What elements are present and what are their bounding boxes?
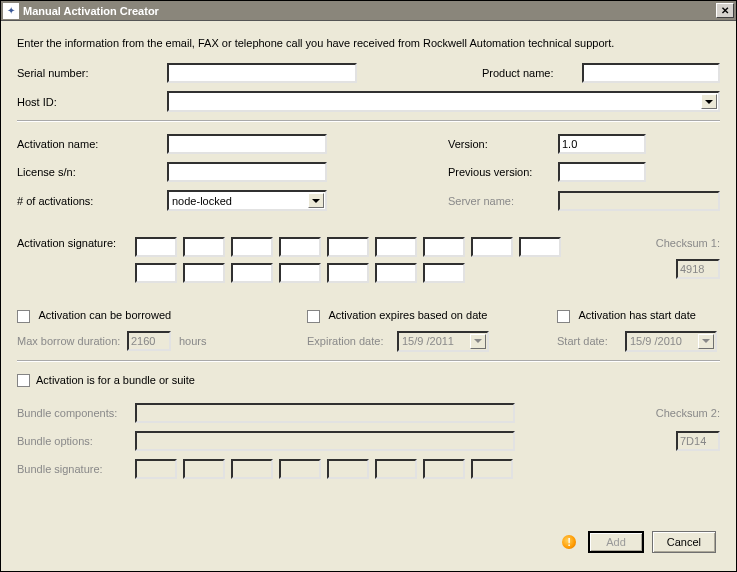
version-input[interactable]	[558, 134, 646, 154]
bundle-sig-4	[327, 459, 369, 479]
num-activations-label: # of activations:	[17, 195, 167, 207]
app-icon: ✦	[3, 3, 19, 19]
expiration-date-value: 15/9 /2011	[402, 335, 454, 347]
startdate-label: Activation has start date	[578, 309, 695, 321]
bundle-components-label: Bundle components:	[17, 407, 135, 419]
sig-r1-1[interactable]	[183, 237, 225, 257]
add-button[interactable]: Add	[588, 531, 644, 553]
max-borrow-label: Max borrow duration:	[17, 335, 127, 347]
borrow-label: Activation can be borrowed	[38, 309, 171, 321]
chevron-down-icon[interactable]	[701, 94, 717, 109]
product-name-input[interactable]	[582, 63, 720, 83]
previous-version-input[interactable]	[558, 162, 646, 182]
bundle-options-input	[135, 431, 515, 451]
activation-signature-label: Activation signature:	[17, 237, 135, 249]
bundle-options-label: Bundle options:	[17, 435, 135, 447]
sig-r1-5[interactable]	[375, 237, 417, 257]
expiration-date-select: 15/9 /2011	[397, 331, 489, 352]
num-activations-select[interactable]: node-locked	[167, 190, 327, 211]
bundle-sig-6	[423, 459, 465, 479]
sig-r2-6[interactable]	[423, 263, 465, 283]
bundle-sig-5	[375, 459, 417, 479]
bundle-sig-3	[279, 459, 321, 479]
cancel-button[interactable]: Cancel	[652, 531, 716, 553]
dialog-body: Enter the information from the email, FA…	[1, 21, 736, 499]
host-id-label: Host ID:	[17, 96, 167, 108]
activation-name-label: Activation name:	[17, 138, 167, 150]
expires-checkbox[interactable]	[307, 310, 320, 323]
sig-r1-4[interactable]	[327, 237, 369, 257]
chevron-down-icon	[698, 334, 714, 349]
sig-r1-0[interactable]	[135, 237, 177, 257]
start-date-label: Start date:	[557, 335, 625, 347]
bundle-sig-0	[135, 459, 177, 479]
sig-r2-2[interactable]	[231, 263, 273, 283]
bundle-signature-label: Bundle signature:	[17, 463, 135, 475]
host-id-select[interactable]	[167, 91, 720, 112]
version-label: Version:	[448, 138, 558, 150]
titlebar: ✦ Manual Activation Creator ✕	[1, 1, 736, 21]
start-date-select: 15/9 /2010	[625, 331, 717, 352]
max-borrow-input	[127, 331, 171, 351]
server-name-label: Server name:	[448, 195, 558, 207]
checksum2-input	[676, 431, 720, 451]
titlebar-text: Manual Activation Creator	[23, 5, 716, 17]
license-sn-label: License s/n:	[17, 166, 167, 178]
expires-label: Activation expires based on date	[328, 309, 487, 321]
sig-r2-4[interactable]	[327, 263, 369, 283]
product-name-label: Product name:	[482, 67, 582, 79]
instructions-text: Enter the information from the email, FA…	[17, 37, 720, 49]
bundle-suite-label: Activation is for a bundle or suite	[36, 374, 195, 386]
checksum1-input	[676, 259, 720, 279]
max-borrow-unit: hours	[179, 335, 207, 347]
separator	[17, 120, 720, 122]
server-name-input	[558, 191, 720, 211]
sig-r2-5[interactable]	[375, 263, 417, 283]
sig-r2-1[interactable]	[183, 263, 225, 283]
bundle-components-input	[135, 403, 515, 423]
sig-r2-3[interactable]	[279, 263, 321, 283]
separator	[17, 360, 720, 362]
bundle-sig-2	[231, 459, 273, 479]
license-sn-input[interactable]	[167, 162, 327, 182]
sig-r1-2[interactable]	[231, 237, 273, 257]
borrow-checkbox[interactable]	[17, 310, 30, 323]
activation-name-input[interactable]	[167, 134, 327, 154]
expiration-date-label: Expiration date:	[307, 335, 397, 347]
startdate-checkbox[interactable]	[557, 310, 570, 323]
chevron-down-icon[interactable]	[308, 193, 324, 208]
window: ✦ Manual Activation Creator ✕ Enter the …	[0, 0, 737, 572]
sig-r1-8[interactable]	[519, 237, 561, 257]
bundle-sig-7	[471, 459, 513, 479]
sig-r1-6[interactable]	[423, 237, 465, 257]
sig-r1-7[interactable]	[471, 237, 513, 257]
sig-r2-0[interactable]	[135, 263, 177, 283]
checksum1-label: Checksum 1:	[656, 237, 720, 249]
num-activations-value: node-locked	[172, 195, 232, 207]
chevron-down-icon	[470, 334, 486, 349]
previous-version-label: Previous version:	[448, 166, 558, 178]
close-icon[interactable]: ✕	[716, 3, 734, 18]
serial-number-label: Serial number:	[17, 67, 167, 79]
checksum2-label: Checksum 2:	[656, 407, 720, 419]
bundle-checkbox[interactable]	[17, 374, 30, 387]
warning-icon: !	[562, 535, 576, 549]
sig-r1-3[interactable]	[279, 237, 321, 257]
bundle-sig-1	[183, 459, 225, 479]
footer-buttons: ! Add Cancel	[562, 531, 716, 553]
serial-number-input[interactable]	[167, 63, 357, 83]
start-date-value: 15/9 /2010	[630, 335, 682, 347]
